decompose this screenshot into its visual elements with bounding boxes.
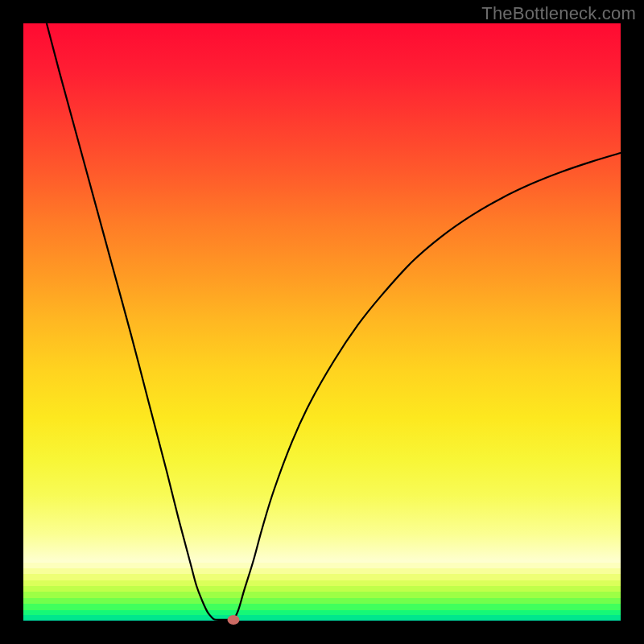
chart-frame: TheBottleneck.com — [0, 0, 644, 644]
watermark-text: TheBottleneck.com — [481, 3, 636, 24]
curve-path — [47, 23, 621, 621]
bottleneck-curve — [23, 23, 621, 621]
plot-area — [23, 23, 621, 621]
minimum-marker — [228, 615, 240, 625]
